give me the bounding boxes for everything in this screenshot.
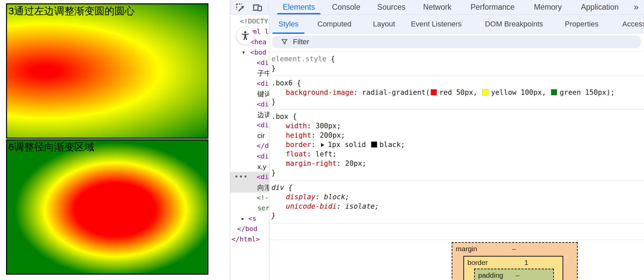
sidebar-tab-layout[interactable]: Layout — [373, 15, 395, 34]
css-declaration-background-image[interactable]: background-image: radial-gradient(red 50… — [271, 88, 644, 97]
tab-memory[interactable]: Memory — [534, 0, 562, 14]
styles-filter-row: Filter — [269, 34, 644, 52]
color-swatch[interactable] — [431, 89, 437, 95]
sidebar-tab-accessibility[interactable]: Accessibility — [622, 15, 644, 34]
dom-text-node[interactable]: 边调 — [230, 110, 269, 120]
sidebar-tab-computed[interactable]: Computed — [317, 15, 351, 34]
rules-bottom-divider — [269, 223, 644, 240]
sidebar-tab-bar: StylesComputedLayoutEvent ListenersDOM B… — [269, 15, 644, 34]
gradient-box-6: 6调整径向渐变区域 — [6, 139, 208, 275]
dom-node[interactable]: <di — [230, 78, 269, 89]
dom-comment-node[interactable]: <!- — [230, 193, 269, 203]
dom-node-text: 向渐 — [257, 182, 269, 193]
dom-node[interactable]: ▼<bod — [230, 47, 269, 58]
dom-node-text: <di — [257, 58, 269, 68]
dom-doctype-node[interactable]: <!DOCTY — [230, 16, 269, 26]
rule-selector: element.style { — [271, 54, 644, 64]
sidebar-tab-dom-breakpoints[interactable]: DOM Breakpoints — [485, 15, 543, 34]
css-declaration-margin-right[interactable]: margin-right: 20px; — [271, 159, 644, 168]
dom-node[interactable]: </bod — [230, 224, 269, 234]
dom-node-text: cir — [257, 130, 265, 141]
styles-sidebar: StylesComputedLayoutEvent ListenersDOM B… — [269, 15, 644, 280]
dom-node[interactable]: <di — [230, 151, 269, 161]
box-model-padding[interactable]: padding – — [474, 269, 554, 280]
color-swatch[interactable] — [482, 89, 489, 95]
dom-text-node[interactable]: cir — [230, 130, 269, 141]
css-declaration-border[interactable]: border: 1px solid black; — [271, 140, 644, 149]
css-rule-div[interactable]: div {display: block;unicode-bidi: isolat… — [269, 181, 644, 223]
dom-node[interactable]: •••<di — [230, 172, 269, 182]
dom-tree-panel: <!DOCTYml la▶<hea▼<bod<di子中<di键词<di边调<di… — [230, 15, 269, 280]
sidebar-tab-styles[interactable]: Styles — [278, 15, 299, 34]
padding-label: padding — [478, 271, 503, 279]
dom-comment-node[interactable]: ser — [230, 203, 269, 213]
dom-text-node[interactable]: 键词 — [230, 89, 269, 99]
css-declaration-float[interactable]: float: left; — [271, 149, 644, 159]
toolbar-divider — [268, 3, 269, 12]
gradient-box-6-label: 6调整径向渐变区域 — [7, 140, 207, 153]
dom-node[interactable]: </html> — [230, 234, 269, 244]
rule-selector: div { — [271, 183, 644, 192]
rendered-page: 3通过左边调整渐变圆的圆心 6调整径向渐变区域 — [0, 0, 230, 280]
accessibility-widget-button[interactable] — [237, 27, 254, 45]
dom-node-text: <di — [257, 151, 269, 161]
dom-text-node[interactable]: x,y — [230, 161, 269, 172]
gradient-box-3: 3通过左边调整渐变圆的圆心 — [6, 3, 208, 139]
shorthand-expand-icon[interactable] — [321, 143, 324, 147]
css-rule-box[interactable]: .box {width: 300px;height: 200px;border:… — [269, 110, 644, 181]
dom-node-text: <di — [257, 120, 269, 130]
border-value[interactable]: 1 — [524, 259, 528, 267]
margin-value[interactable]: – — [512, 245, 516, 253]
color-swatch[interactable] — [371, 141, 377, 148]
device-toolbar-icon[interactable] — [252, 2, 262, 12]
tab-application[interactable]: Application — [581, 0, 619, 14]
box-model-diagram: margin – border 1 padding – — [452, 242, 578, 280]
dom-node[interactable]: <di — [230, 99, 269, 110]
color-swatch[interactable] — [551, 89, 557, 95]
filter-placeholder: Filter — [293, 38, 309, 46]
devtools-toolbar: ElementsConsoleSourcesNetworkPerformance… — [230, 0, 644, 15]
tab-sources[interactable]: Sources — [377, 0, 405, 14]
css-declaration-height[interactable]: height: 200px; — [271, 131, 644, 140]
box-model-border[interactable]: border 1 padding – — [463, 256, 563, 280]
dom-text-node[interactable]: 子中 — [230, 68, 269, 78]
css-rule-box6[interactable]: .box6 {background-image: radial-gradient… — [269, 76, 644, 110]
gradient-box-3-label: 3通过左边调整渐变圆的圆心 — [7, 4, 207, 17]
dom-node-text: <!- — [257, 193, 269, 203]
more-tabs-button[interactable]: » — [634, 0, 639, 14]
dom-node[interactable]: </d — [230, 141, 269, 151]
dom-node[interactable]: <di — [230, 120, 269, 130]
css-declaration-width[interactable]: width: 300px; — [271, 121, 644, 131]
rule-closing-brace: } — [271, 211, 644, 220]
css-declaration-unicode-bidi[interactable]: unicode-bidi: isolate; — [271, 202, 644, 211]
dom-node-text: 键词 — [257, 89, 269, 99]
dom-node-text: </bod — [237, 224, 257, 234]
rule-selector: .box { — [271, 112, 644, 121]
rule-closing-brace: } — [271, 97, 644, 107]
dom-node[interactable]: <di — [230, 58, 269, 68]
dom-node-text: ml la — [253, 26, 269, 37]
tab-network[interactable]: Network — [423, 0, 451, 14]
dom-node-text: <bod — [250, 47, 266, 58]
tab-performance[interactable]: Performance — [470, 0, 515, 14]
padding-value[interactable]: – — [516, 271, 520, 279]
accessibility-person-icon — [240, 30, 250, 41]
node-menu-dots[interactable]: ••• — [234, 172, 248, 182]
css-rules-list: element.style {}.box6 {background-image:… — [269, 52, 644, 223]
tab-console[interactable]: Console — [332, 0, 360, 14]
border-label: border — [467, 259, 488, 267]
expand-arrow-closed-icon[interactable]: ▶ — [242, 213, 244, 224]
dom-node-text: <!DOCTY — [240, 16, 268, 26]
expand-arrow-open-icon[interactable]: ▼ — [242, 47, 245, 58]
css-rule-elementstyle[interactable]: element.style {} — [269, 52, 644, 76]
sidebar-tab-event-listeners[interactable]: Event Listeners — [411, 15, 462, 34]
tab-elements[interactable]: Elements — [283, 0, 315, 14]
css-declaration-display[interactable]: display: block; — [271, 192, 644, 202]
dom-node-text: ser — [257, 203, 269, 213]
sidebar-tab-properties[interactable]: Properties — [565, 15, 598, 34]
dom-text-node[interactable]: 向渐 — [230, 182, 269, 193]
inspect-element-icon[interactable] — [235, 2, 245, 12]
styles-filter-input[interactable]: Filter — [272, 36, 641, 48]
dom-node[interactable]: ▶<s — [230, 213, 269, 224]
box-model-margin[interactable]: margin – border 1 padding – — [452, 242, 578, 280]
